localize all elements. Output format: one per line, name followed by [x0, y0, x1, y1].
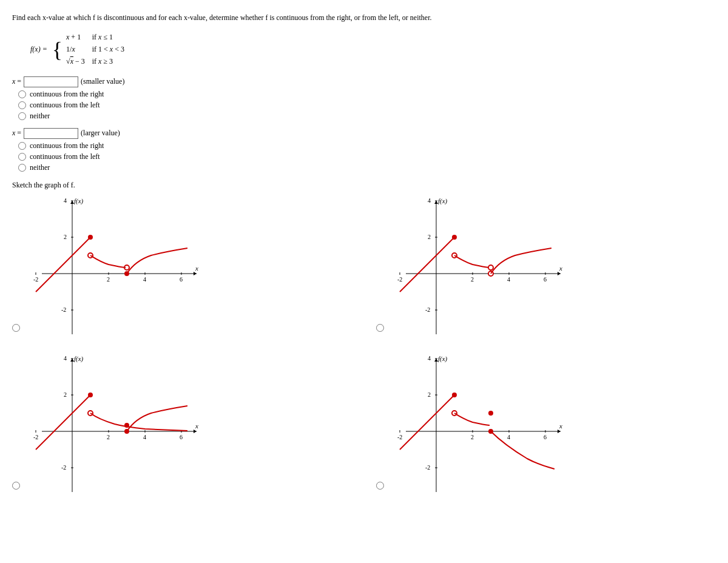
first-radio-right-label: continuous from the right [30, 90, 104, 99]
svg-text:x: x [195, 265, 198, 272]
svg-point-71 [88, 393, 93, 397]
svg-text:6: 6 [544, 434, 547, 440]
first-x-qualifier: (smaller value) [81, 77, 124, 86]
second-radio-left-label: continuous from the left [30, 152, 100, 161]
second-x-qualifier: (larger value) [81, 129, 120, 138]
graph2-wrapper: -2 2 4 6 2 4 -2 x f(x) [376, 195, 716, 340]
svg-point-21 [88, 235, 93, 240]
second-radio-right[interactable]: continuous from the right [18, 141, 716, 150]
svg-text:4: 4 [428, 197, 431, 204]
function-label: f(x) = [30, 45, 47, 54]
svg-text:2: 2 [428, 391, 431, 398]
case3-expr: √x − 3 [66, 56, 85, 67]
first-x-label: x = [12, 77, 21, 86]
svg-text:-2: -2 [61, 306, 66, 313]
svg-text:x: x [195, 422, 198, 430]
svg-text:f(x): f(x) [438, 355, 448, 363]
graph2-svg: -2 2 4 6 2 4 -2 x f(x) [388, 195, 564, 340]
svg-marker-52 [194, 430, 197, 433]
svg-text:x: x [559, 265, 562, 272]
graph4-radio[interactable] [376, 482, 384, 490]
brace-symbol: { [52, 39, 62, 61]
second-x-label: x = [12, 129, 21, 138]
svg-marker-27 [558, 272, 561, 275]
svg-text:2: 2 [64, 391, 67, 398]
case2-cond: if 1 < x < 3 [92, 44, 124, 55]
graph1-svg: -2 2 4 6 2 4 -2 [24, 195, 200, 340]
second-answer-block: x = (larger value) continuous from the r… [12, 128, 716, 172]
first-radio-right-input[interactable] [18, 90, 26, 98]
graph4-radio-wrapper[interactable] [376, 482, 384, 492]
svg-point-48 [488, 265, 493, 270]
second-radio-neither-input[interactable] [18, 164, 26, 172]
second-radio-right-label: continuous from the right [30, 141, 104, 150]
case2-expr: 1/x [66, 44, 85, 55]
svg-text:6: 6 [180, 434, 183, 440]
svg-text:4: 4 [64, 197, 67, 204]
case3-cond: if x ≥ 3 [92, 56, 124, 67]
svg-text:f(x): f(x) [74, 197, 84, 205]
graph4-area: -2 2 4 6 2 4 -2 x f(x) [388, 352, 564, 498]
svg-marker-2 [194, 272, 197, 275]
graph1-wrapper: -2 2 4 6 2 4 -2 [12, 195, 352, 340]
svg-line-70 [36, 395, 90, 450]
graph2-radio[interactable] [376, 324, 384, 332]
svg-text:2: 2 [471, 434, 474, 440]
svg-text:2: 2 [107, 276, 110, 283]
svg-text:4: 4 [64, 355, 67, 362]
graph2-area: -2 2 4 6 2 4 -2 x f(x) [388, 195, 564, 340]
graph3-radio-wrapper[interactable] [12, 482, 20, 492]
cases-table: x + 1 if x ≤ 1 1/x if 1 < x < 3 √x − 3 i… [66, 32, 124, 68]
svg-text:2: 2 [64, 234, 67, 240]
svg-point-96 [452, 393, 457, 397]
first-radio-neither-label: neither [30, 112, 50, 121]
svg-line-45 [400, 237, 454, 292]
first-x-row: x = (smaller value) [12, 76, 716, 87]
svg-text:4: 4 [143, 434, 146, 440]
graph1-area: -2 2 4 6 2 4 -2 [24, 195, 200, 340]
graph1-radio[interactable] [12, 324, 20, 332]
first-radio-neither-input[interactable] [18, 112, 26, 120]
svg-point-73 [124, 423, 129, 428]
svg-point-99 [488, 429, 493, 434]
svg-text:-2: -2 [425, 464, 430, 471]
svg-text:-2: -2 [33, 276, 38, 283]
second-radio-left[interactable]: continuous from the left [18, 152, 716, 161]
sketch-label: Sketch the graph of f. [12, 181, 716, 190]
svg-text:-2: -2 [397, 276, 402, 283]
first-answer-block: x = (smaller value) continuous from the … [12, 76, 716, 121]
first-radio-neither[interactable]: neither [18, 112, 716, 121]
svg-text:2: 2 [428, 234, 431, 240]
second-radio-neither[interactable]: neither [18, 163, 716, 172]
svg-text:2: 2 [471, 276, 474, 283]
graph4-wrapper: -2 2 4 6 2 4 -2 x f(x) [376, 352, 716, 498]
graph1-radio-wrapper[interactable] [12, 324, 20, 334]
svg-text:-2: -2 [33, 434, 38, 440]
second-x-input[interactable] [24, 128, 78, 139]
svg-text:4: 4 [507, 276, 510, 283]
first-x-input[interactable] [24, 76, 78, 87]
case1-cond: if x ≤ 1 [92, 32, 124, 43]
svg-text:6: 6 [180, 276, 183, 283]
svg-text:4: 4 [428, 355, 431, 362]
second-radio-left-input[interactable] [18, 153, 26, 161]
svg-text:f(x): f(x) [74, 355, 84, 363]
svg-point-98 [488, 411, 493, 416]
graph3-radio[interactable] [12, 482, 20, 490]
svg-text:-2: -2 [61, 464, 66, 471]
first-radio-right[interactable]: continuous from the right [18, 90, 716, 99]
svg-point-74 [124, 429, 129, 434]
svg-point-46 [452, 235, 457, 240]
graph3-wrapper: -2 2 4 6 2 4 -2 x f(x) [12, 352, 352, 498]
svg-text:f(x): f(x) [438, 197, 448, 205]
svg-text:2: 2 [107, 434, 110, 440]
graph2-radio-wrapper[interactable] [376, 324, 384, 334]
problem-statement: Find each x-value at which f is disconti… [12, 12, 716, 23]
second-radio-right-input[interactable] [18, 142, 26, 150]
first-radio-left[interactable]: continuous from the left [18, 101, 716, 110]
case1-expr: x + 1 [66, 32, 85, 43]
first-radio-left-input[interactable] [18, 101, 26, 109]
svg-text:-2: -2 [425, 306, 430, 313]
graph3-area: -2 2 4 6 2 4 -2 x f(x) [24, 352, 200, 498]
svg-text:6: 6 [544, 276, 547, 283]
